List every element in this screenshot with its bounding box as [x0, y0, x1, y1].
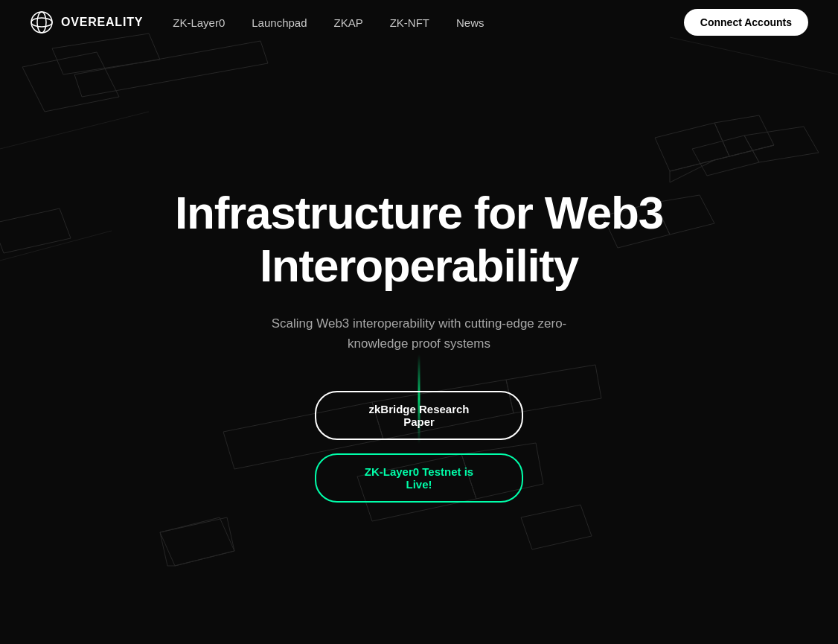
testnet-live-button[interactable]: ZK-Layer0 Testnet is Live!	[315, 453, 523, 503]
connect-accounts-button[interactable]: Connect Accounts	[684, 9, 808, 36]
navbar-left: OVEREALITY ZK-Layer0 Launchpad ZKAP ZK-N…	[30, 10, 484, 34]
hero-title-line2: Interoperability	[260, 240, 578, 291]
hero-buttons: zkBridge Research Paper ZK-Layer0 Testne…	[315, 391, 523, 503]
svg-point-23	[31, 18, 52, 27]
nav-link-news[interactable]: News	[456, 16, 484, 29]
hero-section: Infrastructure for Web3 Interoperability…	[0, 45, 838, 644]
svg-point-22	[31, 12, 52, 33]
nav-link-launchpad[interactable]: Launchpad	[252, 16, 307, 29]
logo-icon	[30, 10, 54, 34]
hero-title-line1: Infrastructure for Web3	[175, 187, 663, 238]
logo[interactable]: OVEREALITY	[30, 10, 143, 34]
hero-subtitle: Scaling Web3 interoperability with cutti…	[255, 313, 583, 354]
nav-links: ZK-Layer0 Launchpad ZKAP ZK-NFT News	[173, 16, 484, 29]
zkbridge-research-button[interactable]: zkBridge Research Paper	[315, 391, 523, 440]
brand-name: OVEREALITY	[61, 16, 143, 29]
nav-link-zk-layer0[interactable]: ZK-Layer0	[173, 16, 225, 29]
hero-title: Infrastructure for Web3 Interoperability	[175, 186, 663, 293]
navbar: OVEREALITY ZK-Layer0 Launchpad ZKAP ZK-N…	[0, 0, 838, 45]
nav-link-zk-nft[interactable]: ZK-NFT	[390, 16, 429, 29]
nav-link-zkap[interactable]: ZKAP	[334, 16, 363, 29]
svg-point-24	[37, 12, 46, 33]
